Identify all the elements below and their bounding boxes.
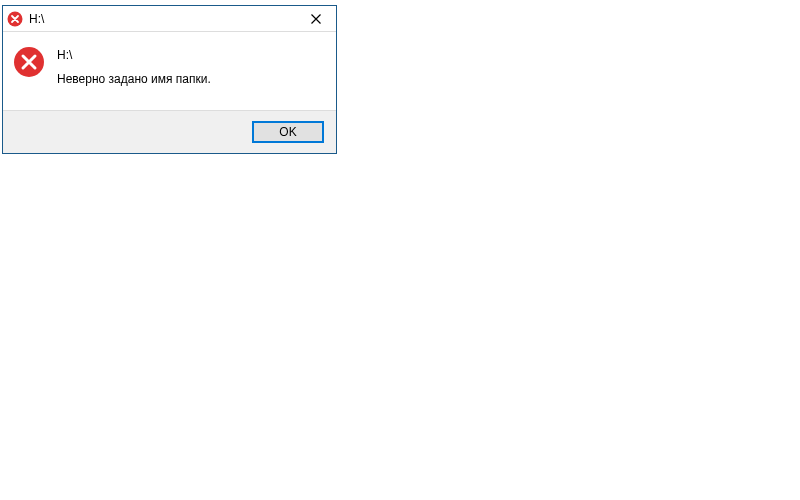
error-icon bbox=[7, 11, 23, 27]
dialog-title: H:\ bbox=[29, 12, 296, 26]
ok-button[interactable]: OK bbox=[252, 121, 324, 143]
dialog-message: Неверно задано имя папки. bbox=[57, 72, 211, 86]
close-button[interactable] bbox=[296, 6, 336, 32]
dialog-heading: H:\ bbox=[57, 48, 211, 62]
titlebar: H:\ bbox=[3, 6, 336, 32]
close-icon bbox=[311, 14, 321, 24]
dialog-content: H:\ Неверно задано имя папки. bbox=[3, 32, 336, 110]
error-icon bbox=[13, 46, 45, 78]
dialog-text-block: H:\ Неверно задано имя папки. bbox=[57, 46, 211, 86]
error-dialog: H:\ H:\ Неверно задано имя папки. OK bbox=[2, 5, 337, 154]
dialog-button-bar: OK bbox=[3, 110, 336, 153]
